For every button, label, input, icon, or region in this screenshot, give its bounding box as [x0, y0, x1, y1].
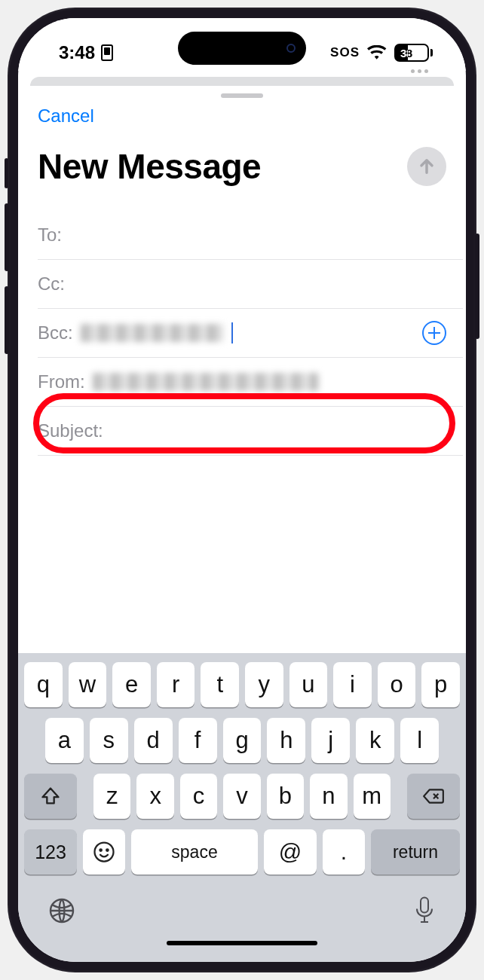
silence-switch — [5, 158, 8, 188]
bcc-label: Bcc: — [38, 322, 73, 343]
dot-key[interactable]: . — [323, 829, 365, 875]
key-h[interactable]: h — [267, 718, 305, 763]
backspace-icon — [422, 786, 445, 807]
sim-card-icon — [101, 44, 113, 61]
screen: 3:48 SOS 38 Cancel New Message — [18, 18, 466, 962]
key-l[interactable]: l — [400, 718, 439, 763]
key-x[interactable]: x — [136, 774, 173, 819]
cc-label: Cc: — [38, 273, 65, 295]
key-g[interactable]: g — [223, 718, 262, 763]
key-f[interactable]: f — [179, 718, 217, 763]
svg-point-1 — [100, 849, 102, 851]
power-button — [475, 234, 479, 339]
home-indicator[interactable] — [167, 941, 317, 945]
privacy-dots-icon — [411, 69, 428, 73]
globe-key[interactable] — [48, 897, 75, 924]
wifi-icon — [367, 45, 387, 60]
volume-down-button — [5, 286, 9, 354]
background-card — [30, 77, 454, 86]
from-value-redacted — [93, 373, 319, 391]
key-e[interactable]: e — [112, 662, 151, 707]
svg-point-0 — [95, 843, 114, 862]
volume-up-button — [5, 203, 9, 271]
key-j[interactable]: j — [311, 718, 350, 763]
dynamic-island — [178, 32, 306, 65]
keyboard: qwertyuiop asdfghjkl zxcvbnm 123 — [18, 653, 466, 962]
compose-title: New Message — [38, 146, 261, 187]
sheet-grabber[interactable] — [221, 93, 263, 98]
key-w[interactable]: w — [69, 662, 107, 707]
numbers-key[interactable]: 123 — [24, 829, 77, 875]
text-cursor — [231, 322, 233, 343]
cc-field[interactable]: Cc: — [38, 260, 463, 309]
svg-rect-4 — [421, 898, 428, 913]
key-p[interactable]: p — [421, 662, 460, 707]
key-y[interactable]: y — [245, 662, 283, 707]
add-contact-button[interactable] — [422, 321, 446, 345]
sos-indicator: SOS — [330, 45, 360, 60]
key-z[interactable]: z — [93, 774, 130, 819]
return-key[interactable]: return — [371, 829, 460, 875]
svg-point-2 — [106, 849, 109, 851]
from-label: From: — [38, 371, 85, 392]
from-field[interactable]: From: — [38, 358, 463, 407]
key-o[interactable]: o — [378, 662, 416, 707]
key-i[interactable]: i — [333, 662, 372, 707]
compose-sheet: Cancel New Message To: Cc: Bcc: — [18, 86, 466, 962]
compose-fields: To: Cc: Bcc: From: Subject: — [18, 211, 466, 456]
send-button[interactable] — [407, 147, 446, 186]
key-b[interactable]: b — [267, 774, 304, 819]
key-r[interactable]: r — [157, 662, 195, 707]
key-a[interactable]: a — [45, 718, 84, 763]
status-time: 3:48 — [59, 42, 95, 63]
key-u[interactable]: u — [289, 662, 328, 707]
backspace-key[interactable] — [407, 774, 460, 819]
key-t[interactable]: t — [201, 662, 239, 707]
dictation-key[interactable] — [413, 896, 436, 926]
key-m[interactable]: m — [354, 774, 391, 819]
key-v[interactable]: v — [223, 774, 260, 819]
space-key[interactable]: space — [131, 829, 258, 875]
shift-icon — [40, 786, 61, 807]
key-s[interactable]: s — [90, 718, 128, 763]
emoji-icon — [93, 841, 115, 863]
key-c[interactable]: c — [180, 774, 217, 819]
bcc-value-redacted — [81, 324, 224, 342]
subject-label: Subject: — [38, 420, 103, 441]
battery-indicator: 38 — [394, 44, 433, 62]
emoji-key[interactable] — [83, 829, 125, 875]
at-key[interactable]: @ — [264, 829, 317, 875]
key-n[interactable]: n — [310, 774, 347, 819]
arrow-up-icon — [416, 156, 437, 177]
phone-frame: 3:48 SOS 38 Cancel New Message — [8, 8, 476, 972]
to-label: To: — [38, 224, 62, 246]
front-camera-icon — [286, 44, 296, 53]
to-field[interactable]: To: — [38, 211, 463, 260]
subject-field[interactable]: Subject: — [38, 407, 463, 456]
shift-key[interactable] — [24, 774, 77, 819]
key-k[interactable]: k — [356, 718, 394, 763]
cancel-button[interactable]: Cancel — [18, 102, 466, 133]
bcc-field[interactable]: Bcc: — [38, 309, 463, 358]
key-d[interactable]: d — [134, 718, 173, 763]
key-q[interactable]: q — [24, 662, 63, 707]
